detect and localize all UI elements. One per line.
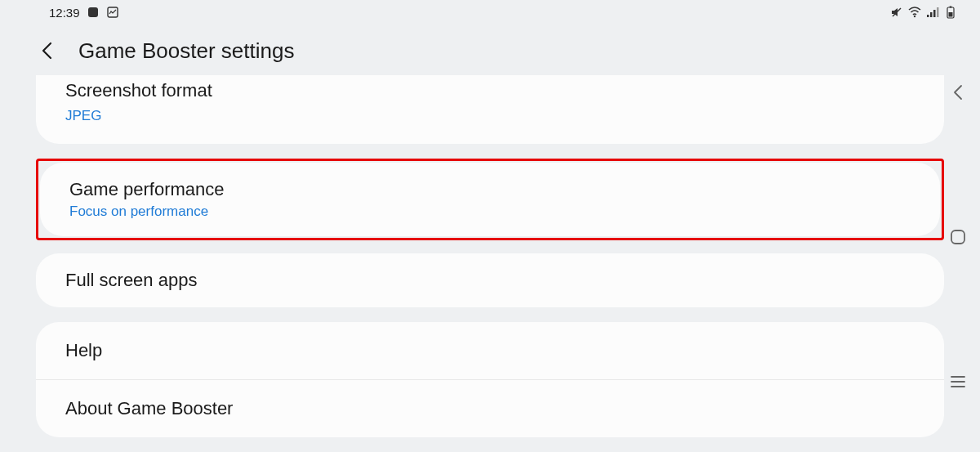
settings-item-help[interactable]: Help [36,322,944,380]
svg-rect-6 [933,10,936,17]
settings-item-screenshot-format[interactable]: Screenshot format JPEG [36,75,944,144]
svg-rect-0 [88,7,98,17]
svg-rect-1 [108,7,118,17]
signal-icon [926,6,939,19]
settings-item-full-screen-apps[interactable]: Full screen apps [36,253,944,307]
highlight-annotation: Game performance Focus on performance [36,159,944,240]
status-left: 12:39 [49,6,119,20]
status-bar: 12:39 [0,0,980,25]
svg-rect-9 [950,7,952,8]
navigation-rail [946,82,970,392]
svg-point-3 [914,16,915,17]
wifi-icon [908,6,921,19]
notification-icon-2 [106,6,119,19]
settings-list: Screenshot format JPEG Game performance … [0,75,980,437]
svg-rect-5 [930,12,933,17]
settings-item-title: Full screen apps [65,270,915,291]
settings-item-about[interactable]: About Game Booster [36,380,944,437]
settings-item-title: About Game Booster [65,398,915,419]
settings-item-value: JPEG [65,108,915,124]
svg-rect-7 [937,7,939,17]
settings-item-title: Game performance [69,179,911,200]
svg-rect-10 [949,12,953,17]
mute-icon [890,6,903,19]
settings-item-value: Focus on performance [69,204,911,220]
page-title: Game Booster settings [78,38,294,64]
nav-home-button[interactable] [947,226,969,248]
settings-item-title: Screenshot format [65,80,915,101]
settings-item-game-performance[interactable]: Game performance Focus on performance [40,163,940,236]
status-time: 12:39 [49,6,80,20]
nav-recents-button[interactable] [947,371,969,392]
settings-group-info: Help About Game Booster [36,322,944,437]
back-button[interactable] [36,39,59,62]
notification-icon-1 [87,6,100,19]
svg-rect-11 [951,230,964,244]
status-right [890,6,957,19]
header: Game Booster settings [0,25,980,77]
nav-back-button[interactable] [947,82,969,103]
settings-item-title: Help [65,340,915,361]
svg-rect-4 [927,15,929,17]
battery-icon [944,6,957,19]
